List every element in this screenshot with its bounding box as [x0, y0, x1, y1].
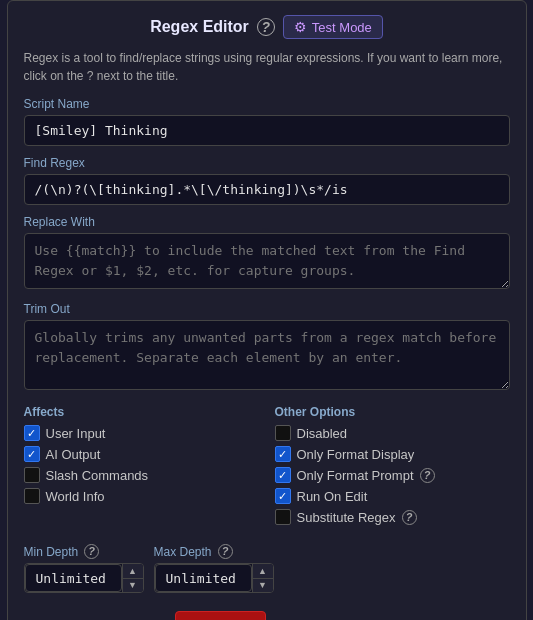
- max-depth-help-icon[interactable]: ?: [218, 544, 233, 559]
- affects-slash-commands-label[interactable]: Slash Commands: [46, 468, 149, 483]
- option-run-on-edit-checkbox[interactable]: [275, 488, 291, 504]
- options-columns: Affects User Input AI Output Slash Comma…: [24, 405, 510, 530]
- script-name-label: Script Name: [24, 97, 510, 111]
- min-depth-group: Min Depth ? ▲ ▼: [24, 544, 144, 593]
- min-depth-input[interactable]: [25, 564, 122, 592]
- other-options-column: Other Options Disabled Only Format Displ…: [275, 405, 510, 530]
- replace-with-input[interactable]: [24, 233, 510, 289]
- dialog-footer: Save Cancel: [24, 611, 510, 620]
- affects-column: Affects User Input AI Output Slash Comma…: [24, 405, 259, 530]
- test-mode-label: Test Mode: [312, 20, 372, 35]
- trim-out-input[interactable]: [24, 320, 510, 390]
- option-substitute-regex-label[interactable]: Substitute Regex ?: [297, 510, 417, 525]
- dialog-title: Regex Editor: [150, 18, 249, 36]
- option-substitute-regex-checkbox[interactable]: [275, 509, 291, 525]
- substitute-regex-help-icon[interactable]: ?: [402, 510, 417, 525]
- option-disabled-checkbox[interactable]: [275, 425, 291, 441]
- option-substitute-regex-row: Substitute Regex ?: [275, 509, 510, 525]
- regex-editor-dialog: Regex Editor ? ⚙ Test Mode Regex is a to…: [7, 0, 527, 620]
- max-depth-input[interactable]: [155, 564, 252, 592]
- title-help-icon[interactable]: ?: [257, 18, 275, 36]
- option-only-format-display-row: Only Format Display: [275, 446, 510, 462]
- find-regex-input[interactable]: [24, 174, 510, 205]
- option-only-format-display-label[interactable]: Only Format Display: [297, 447, 415, 462]
- option-only-format-display-checkbox[interactable]: [275, 446, 291, 462]
- other-options-label: Other Options: [275, 405, 510, 419]
- min-depth-spinner-buttons: ▲ ▼: [122, 564, 143, 592]
- affects-ai-output-label[interactable]: AI Output: [46, 447, 101, 462]
- depth-row: Min Depth ? ▲ ▼ Max Depth ? ▲ ▼: [24, 544, 510, 593]
- gear-icon: ⚙: [294, 19, 307, 35]
- save-button[interactable]: Save: [175, 611, 266, 620]
- min-depth-spinner: ▲ ▼: [24, 563, 144, 593]
- script-name-input[interactable]: [24, 115, 510, 146]
- min-depth-help-icon[interactable]: ?: [84, 544, 99, 559]
- dialog-header: Regex Editor ? ⚙ Test Mode: [24, 15, 510, 39]
- option-disabled-label[interactable]: Disabled: [297, 426, 348, 441]
- max-depth-down-button[interactable]: ▼: [253, 579, 273, 593]
- max-depth-label: Max Depth ?: [154, 544, 274, 559]
- option-only-format-prompt-checkbox[interactable]: [275, 467, 291, 483]
- option-only-format-prompt-label[interactable]: Only Format Prompt ?: [297, 468, 435, 483]
- cancel-button[interactable]: Cancel: [282, 611, 358, 620]
- test-mode-button[interactable]: ⚙ Test Mode: [283, 15, 383, 39]
- trim-out-label: Trim Out: [24, 302, 510, 316]
- max-depth-group: Max Depth ? ▲ ▼: [154, 544, 274, 593]
- affects-slash-commands-row: Slash Commands: [24, 467, 259, 483]
- affects-ai-output-checkbox[interactable]: [24, 446, 40, 462]
- affects-user-input-row: User Input: [24, 425, 259, 441]
- max-depth-up-button[interactable]: ▲: [253, 564, 273, 579]
- min-depth-up-button[interactable]: ▲: [123, 564, 143, 579]
- max-depth-spinner-buttons: ▲ ▼: [252, 564, 273, 592]
- affects-ai-output-row: AI Output: [24, 446, 259, 462]
- format-prompt-help-icon[interactable]: ?: [420, 468, 435, 483]
- option-run-on-edit-label[interactable]: Run On Edit: [297, 489, 368, 504]
- option-disabled-row: Disabled: [275, 425, 510, 441]
- affects-world-info-row: World Info: [24, 488, 259, 504]
- max-depth-spinner: ▲ ▼: [154, 563, 274, 593]
- affects-world-info-checkbox[interactable]: [24, 488, 40, 504]
- affects-label: Affects: [24, 405, 259, 419]
- min-depth-down-button[interactable]: ▼: [123, 579, 143, 593]
- description-text: Regex is a tool to find/replace strings …: [24, 49, 510, 85]
- replace-with-label: Replace With: [24, 215, 510, 229]
- affects-user-input-label[interactable]: User Input: [46, 426, 106, 441]
- option-only-format-prompt-row: Only Format Prompt ?: [275, 467, 510, 483]
- affects-user-input-checkbox[interactable]: [24, 425, 40, 441]
- option-run-on-edit-row: Run On Edit: [275, 488, 510, 504]
- affects-world-info-label[interactable]: World Info: [46, 489, 105, 504]
- min-depth-label: Min Depth ?: [24, 544, 144, 559]
- find-regex-label: Find Regex: [24, 156, 510, 170]
- affects-slash-commands-checkbox[interactable]: [24, 467, 40, 483]
